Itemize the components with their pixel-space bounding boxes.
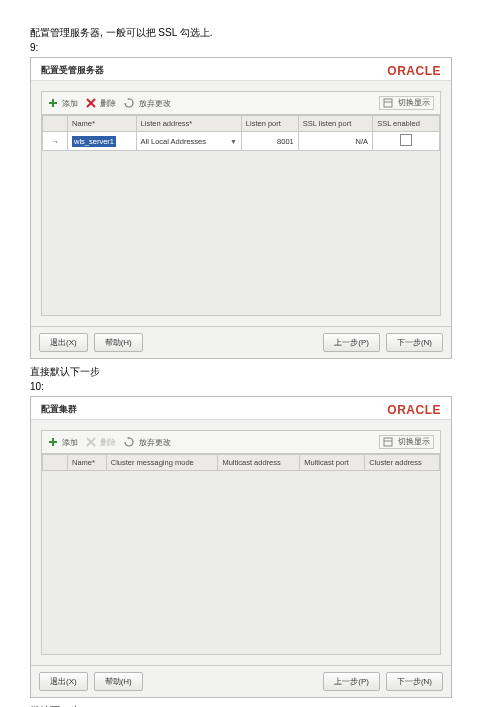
help-button[interactable]: 帮助(H) [94, 333, 143, 352]
table-row[interactable]: → wls_server1 All Local Addresses▼ 8001 … [43, 132, 440, 151]
add-icon [48, 98, 58, 108]
svg-rect-10 [384, 438, 392, 446]
prev-button[interactable]: 上一步(P) [323, 672, 380, 691]
wizard-title: 配置集群 [41, 403, 77, 416]
clusters-table: Name* Cluster messaging mode Multicast a… [42, 454, 440, 471]
ssl-checkbox[interactable] [400, 134, 412, 146]
col-ssl-enabled[interactable]: SSL enabled [373, 116, 440, 132]
delete-icon [86, 437, 96, 447]
exit-button[interactable]: 退出(X) [39, 672, 88, 691]
discard-button[interactable]: 放弃更改 [124, 98, 170, 109]
prev-button[interactable]: 上一步(P) [323, 333, 380, 352]
wizard-managed-servers: 配置受管服务器 ORACLE 添加 删除 放弃更改 [30, 57, 452, 359]
col-multicast-address[interactable]: Multicast address [218, 455, 300, 471]
col-listen-port[interactable]: Listen port [241, 116, 298, 132]
discard-icon [124, 437, 134, 447]
oracle-logo: ORACLE [387, 403, 441, 417]
discard-button[interactable]: 放弃更改 [124, 437, 170, 448]
servers-table: Name* Listen address* Listen port SSL li… [42, 115, 440, 151]
delete-icon [86, 98, 96, 108]
exit-button[interactable]: 退出(X) [39, 333, 88, 352]
help-button[interactable]: 帮助(H) [94, 672, 143, 691]
switch-icon [383, 437, 393, 447]
svg-rect-4 [384, 99, 392, 107]
next-button[interactable]: 下一步(N) [386, 333, 443, 352]
cell-name[interactable]: wls_server1 [68, 132, 137, 151]
intro-text-1: 配置管理服务器, 一般可以把 SSL 勾选上. [30, 26, 470, 40]
delete-button[interactable]: 删除 [86, 98, 116, 109]
discard-icon [124, 98, 134, 108]
step-number-10: 10: [30, 381, 470, 392]
col-cluster-address[interactable]: Cluster address [365, 455, 440, 471]
svg-rect-7 [49, 441, 57, 443]
col-messaging-mode[interactable]: Cluster messaging mode [106, 455, 218, 471]
step-number-9: 9: [30, 42, 470, 53]
col-name[interactable]: Name* [68, 116, 137, 132]
intro-text-2: 直接默认下一步 [30, 365, 470, 379]
wizard-title: 配置受管服务器 [41, 64, 104, 77]
col-multicast-port[interactable]: Multicast port [300, 455, 365, 471]
switch-display-button[interactable]: 切换显示 [379, 435, 434, 449]
delete-button: 删除 [86, 437, 116, 448]
cell-ssl-port[interactable]: N/A [298, 132, 372, 151]
add-button[interactable]: 添加 [48, 437, 78, 448]
col-name[interactable]: Name* [68, 455, 107, 471]
add-icon [48, 437, 58, 447]
row-arrow-icon: → [43, 132, 68, 151]
oracle-logo: ORACLE [387, 64, 441, 78]
cell-listen-port[interactable]: 8001 [241, 132, 298, 151]
add-button[interactable]: 添加 [48, 98, 78, 109]
cell-listen-address[interactable]: All Local Addresses▼ [136, 132, 241, 151]
wizard-clusters: 配置集群 ORACLE 添加 删除 放弃更改 [30, 396, 452, 698]
cell-ssl-enabled[interactable] [373, 132, 440, 151]
col-listen-address[interactable]: Listen address* [136, 116, 241, 132]
next-button[interactable]: 下一步(N) [386, 672, 443, 691]
switch-display-button[interactable]: 切换显示 [379, 96, 434, 110]
col-ssl-port[interactable]: SSL listen port [298, 116, 372, 132]
switch-icon [383, 98, 393, 108]
chevron-down-icon: ▼ [230, 138, 237, 145]
svg-rect-1 [49, 102, 57, 104]
